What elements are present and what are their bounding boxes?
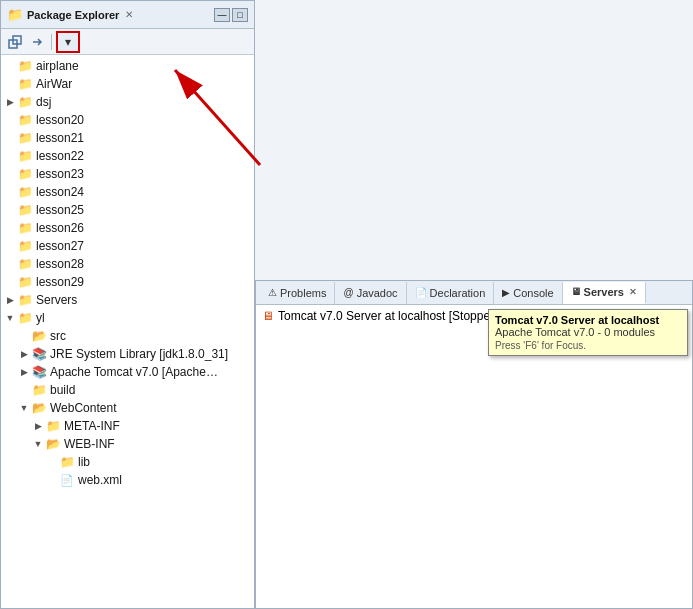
panel-title-left: 📁 Package Explorer ✕ bbox=[7, 7, 133, 22]
item-label-tomcat: Apache Tomcat v7.0 [Apache To... bbox=[50, 365, 220, 379]
item-label-dsj: dsj bbox=[36, 95, 51, 109]
tree-item-lesson26[interactable]: 📁 lesson26 bbox=[1, 219, 254, 237]
expand-icon-webcontent[interactable] bbox=[19, 403, 29, 413]
expand-icon-jre[interactable] bbox=[19, 349, 29, 359]
expand-icon-webinf[interactable] bbox=[33, 439, 43, 449]
package-explorer-panel: 📁 Package Explorer ✕ — □ 📁 bbox=[0, 0, 255, 609]
tab-javadoc[interactable]: @ Javadoc bbox=[335, 282, 406, 304]
item-label-yl: yl bbox=[36, 311, 45, 325]
folder-icon-lesson26: 📁 bbox=[17, 221, 33, 235]
item-label-airplane: airplane bbox=[36, 59, 79, 73]
tree-item-webxml[interactable]: 📄 web.xml bbox=[1, 471, 254, 489]
expand-icon-tomcat[interactable] bbox=[19, 367, 29, 377]
tab-declaration[interactable]: 📄 Declaration bbox=[407, 282, 495, 304]
folder-icon-lesson27: 📁 bbox=[17, 239, 33, 253]
tab-servers[interactable]: 🖥 Servers ✕ bbox=[563, 282, 646, 304]
expand-icon-yl[interactable] bbox=[5, 313, 15, 323]
console-icon: ▶ bbox=[502, 287, 510, 298]
tree-item-lesson22[interactable]: 📁 lesson22 bbox=[1, 147, 254, 165]
expand-icon-servers[interactable] bbox=[5, 295, 15, 305]
tree-item-airplane[interactable]: 📁 airplane bbox=[1, 57, 254, 75]
folder-icon-lesson22: 📁 bbox=[17, 149, 33, 163]
item-label-jre: JRE System Library [jdk1.8.0_31] bbox=[50, 347, 228, 361]
item-label-webcontent: WebContent bbox=[50, 401, 117, 415]
tab-console[interactable]: ▶ Console bbox=[494, 282, 562, 304]
item-label-lesson21: lesson21 bbox=[36, 131, 84, 145]
tree-item-lesson25[interactable]: 📁 lesson25 bbox=[1, 201, 254, 219]
tree-item-lesson24[interactable]: 📁 lesson24 bbox=[1, 183, 254, 201]
panel-title-text: Package Explorer bbox=[27, 9, 119, 21]
item-label-webxml: web.xml bbox=[78, 473, 122, 487]
item-label-lesson26: lesson26 bbox=[36, 221, 84, 235]
expand-icon-lesson21 bbox=[5, 133, 15, 143]
minimize-button[interactable]: — bbox=[214, 8, 230, 22]
javadoc-icon: @ bbox=[343, 287, 353, 298]
tooltip-title: Tomcat v7.0 Server at localhost bbox=[495, 314, 681, 326]
view-menu-button[interactable] bbox=[56, 31, 80, 53]
item-label-lib: lib bbox=[78, 455, 90, 469]
declaration-icon: 📄 bbox=[415, 287, 427, 298]
folder-icon-dsj: 📁 bbox=[17, 95, 33, 109]
item-label-lesson29: lesson29 bbox=[36, 275, 84, 289]
item-label-webinf: WEB-INF bbox=[64, 437, 115, 451]
tree-item-jre[interactable]: 📚 JRE System Library [jdk1.8.0_31] bbox=[1, 345, 254, 363]
tree-item-airwar[interactable]: 📁 AirWar bbox=[1, 75, 254, 93]
tree-item-lib[interactable]: 📁 lib bbox=[1, 453, 254, 471]
tree-item-src[interactable]: 📂 src bbox=[1, 327, 254, 345]
folder-icon-jre: 📚 bbox=[31, 347, 47, 361]
tooltip-line1: Apache Tomcat v7.0 - 0 modules bbox=[495, 326, 681, 338]
tree-item-build[interactable]: 📁 build bbox=[1, 381, 254, 399]
item-label-src: src bbox=[50, 329, 66, 343]
panel-title-buttons: — □ bbox=[214, 8, 248, 22]
expand-icon-lesson25 bbox=[5, 205, 15, 215]
expand-icon-airwar bbox=[5, 79, 15, 89]
tab-console-label: Console bbox=[513, 287, 553, 299]
expand-icon-webxml bbox=[47, 475, 57, 485]
tab-problems[interactable]: ⚠ Problems bbox=[260, 282, 335, 304]
tree-item-webinf[interactable]: 📂 WEB-INF bbox=[1, 435, 254, 453]
folder-icon-lesson24: 📁 bbox=[17, 185, 33, 199]
collapse-all-icon[interactable] bbox=[5, 32, 25, 52]
server-status-icon: 🖥 bbox=[262, 309, 274, 323]
folder-icon-src: 📂 bbox=[31, 329, 47, 343]
folder-icon-lesson20: 📁 bbox=[17, 113, 33, 127]
item-label-lesson23: lesson23 bbox=[36, 167, 84, 181]
tree-item-lesson21[interactable]: 📁 lesson21 bbox=[1, 129, 254, 147]
tree-item-lesson20[interactable]: 📁 lesson20 bbox=[1, 111, 254, 129]
tree-item-lesson29[interactable]: 📁 lesson29 bbox=[1, 273, 254, 291]
expand-icon-lesson20 bbox=[5, 115, 15, 125]
folder-icon-lesson23: 📁 bbox=[17, 167, 33, 181]
expand-icon-src bbox=[19, 331, 29, 341]
folder-icon-lesson29: 📁 bbox=[17, 275, 33, 289]
item-label-lesson22: lesson22 bbox=[36, 149, 84, 163]
tabs-bar: ⚠ Problems @ Javadoc 📄 Declaration ▶ Con… bbox=[256, 281, 692, 305]
item-label-servers: Servers bbox=[36, 293, 77, 307]
folder-icon-webcontent: 📂 bbox=[31, 401, 47, 415]
item-label-lesson20: lesson20 bbox=[36, 113, 84, 127]
servers-tab-close[interactable]: ✕ bbox=[629, 287, 637, 297]
item-label-lesson25: lesson25 bbox=[36, 203, 84, 217]
expand-icon-dsj[interactable] bbox=[5, 97, 15, 107]
folder-icon-servers: 📁 bbox=[17, 293, 33, 307]
folder-icon-build: 📁 bbox=[31, 383, 47, 397]
tree-item-lesson28[interactable]: 📁 lesson28 bbox=[1, 255, 254, 273]
tree-item-yl[interactable]: 📁 yl bbox=[1, 309, 254, 327]
tree-item-dsj[interactable]: 📁 dsj bbox=[1, 93, 254, 111]
tree-item-metainf[interactable]: 📁 META-INF bbox=[1, 417, 254, 435]
folder-icon-airwar: 📁 bbox=[17, 77, 33, 91]
tooltip-popup: Tomcat v7.0 Server at localhost Apache T… bbox=[488, 309, 688, 356]
maximize-button[interactable]: □ bbox=[232, 8, 248, 22]
folder-icon-lesson28: 📁 bbox=[17, 257, 33, 271]
tree-item-lesson27[interactable]: 📁 lesson27 bbox=[1, 237, 254, 255]
tree-item-servers[interactable]: 📁 Servers bbox=[1, 291, 254, 309]
expand-icon-lesson27 bbox=[5, 241, 15, 251]
tree-item-tomcat[interactable]: 📚 Apache Tomcat v7.0 [Apache To... bbox=[1, 363, 254, 381]
item-label-lesson24: lesson24 bbox=[36, 185, 84, 199]
tree-item-lesson23[interactable]: 📁 lesson23 bbox=[1, 165, 254, 183]
link-with-editor-icon[interactable] bbox=[27, 32, 47, 52]
tree-content[interactable]: 📁 airplane 📁 AirWar 📁 dsj 📁 lesson20 bbox=[1, 55, 254, 608]
expand-icon-metainf[interactable] bbox=[33, 421, 43, 431]
expand-icon-lesson29 bbox=[5, 277, 15, 287]
tree-item-webcontent[interactable]: 📂 WebContent bbox=[1, 399, 254, 417]
item-label-build: build bbox=[50, 383, 75, 397]
